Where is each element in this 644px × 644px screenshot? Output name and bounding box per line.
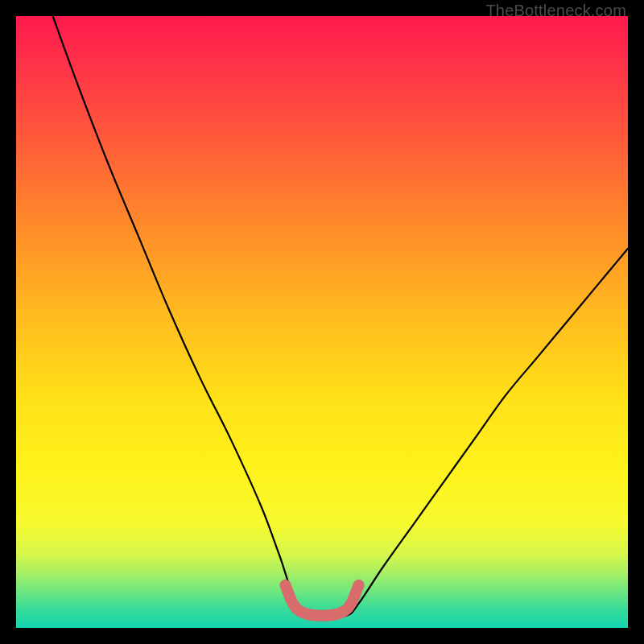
chart-frame: TheBottleneck.com: [0, 0, 644, 644]
watermark-text: TheBottleneck.com: [485, 2, 626, 20]
bottleneck-curve: [53, 16, 628, 617]
optimal-band: [285, 585, 358, 616]
curve-overlay: [16, 16, 628, 628]
